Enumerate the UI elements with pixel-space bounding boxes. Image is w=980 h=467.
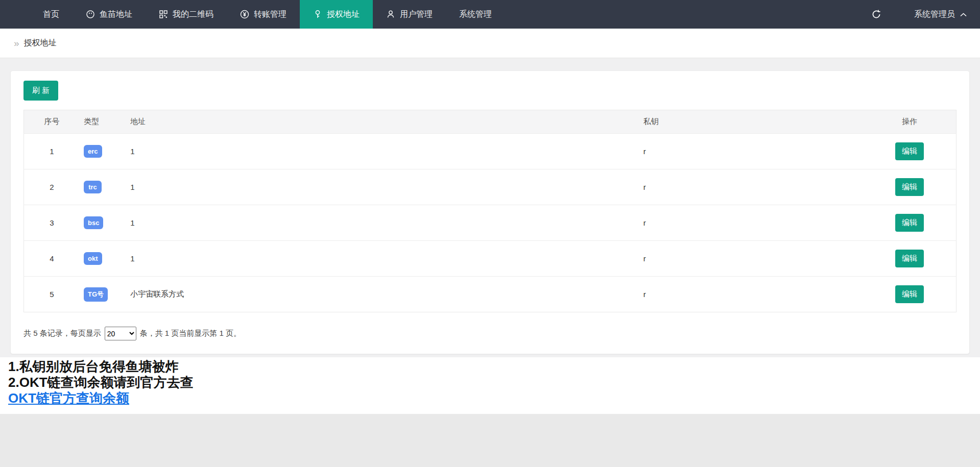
okt-official-balance-link[interactable]: OKT链官方查询余额: [8, 390, 129, 406]
user-icon: [386, 10, 395, 19]
cell-index: 1: [24, 134, 80, 169]
authorized-address-card: 刷 新 序号 类型 地址 私钥 操作 1 erc 1: [10, 70, 970, 354]
note-line-2: 2.OKT链查询余额请到官方去查: [8, 375, 980, 390]
cell-action: 编辑: [863, 169, 957, 205]
type-badge: okt: [84, 252, 102, 265]
cell-type: okt: [80, 241, 126, 277]
footer-notes: 1.私钥别放后台免得鱼塘被炸 2.OKT链查询余额请到官方去查 OKT链官方查询…: [0, 357, 980, 414]
cell-address: 1: [126, 241, 639, 277]
user-name: 系统管理员: [914, 9, 955, 20]
navbar-right: 系统管理员: [871, 0, 980, 29]
content-area: 刷 新 序号 类型 地址 私钥 操作 1 erc 1: [0, 58, 980, 357]
table-body: 1 erc 1 r 编辑 2 trc 1 r 编辑: [24, 134, 957, 312]
chevron-up-icon: [960, 10, 967, 19]
cell-private-key: r: [639, 134, 863, 169]
edit-button[interactable]: 编辑: [895, 178, 924, 196]
cell-index: 2: [24, 169, 80, 205]
nav-item-label: 授权地址: [327, 9, 360, 20]
cell-action: 编辑: [863, 277, 957, 312]
nav-item-transfer-management[interactable]: 转账管理: [227, 0, 300, 29]
nav-item-user-management[interactable]: 用户管理: [373, 0, 446, 29]
cell-private-key: r: [639, 241, 863, 277]
nav-item-home[interactable]: 首页: [30, 0, 73, 29]
cell-address: 1: [126, 205, 639, 241]
type-badge: trc: [84, 181, 102, 193]
nav-item-system-management[interactable]: 系统管理: [446, 0, 505, 29]
table-row: 3 bsc 1 r 编辑: [24, 205, 957, 241]
cell-type: erc: [80, 134, 126, 169]
top-navbar: 首页 鱼苗地址 我的二维码 转账管理 授权地址 用户管理 系统管理: [0, 0, 980, 29]
table-header-row: 序号 类型 地址 私钥 操作: [24, 110, 957, 134]
nav-item-label: 首页: [43, 9, 59, 20]
column-header-index: 序号: [24, 110, 80, 134]
table-row: 5 TG号 小宇宙联系方式 r 编辑: [24, 277, 957, 312]
page-size-select[interactable]: 20: [105, 327, 136, 340]
edit-button[interactable]: 编辑: [895, 250, 924, 267]
cell-type: trc: [80, 169, 126, 205]
table-row: 1 erc 1 r 编辑: [24, 134, 957, 169]
column-header-type: 类型: [80, 110, 126, 134]
cell-type: TG号: [80, 277, 126, 312]
cell-private-key: r: [639, 205, 863, 241]
cell-type: bsc: [80, 205, 126, 241]
qrcode-icon: [159, 10, 168, 19]
nav-item-label: 用户管理: [400, 9, 433, 20]
type-badge: TG号: [84, 287, 108, 302]
nav-item-label: 转账管理: [254, 9, 286, 20]
column-header-action: 操作: [863, 110, 957, 134]
authorized-address-table: 序号 类型 地址 私钥 操作 1 erc 1 r 编辑: [23, 110, 957, 312]
yen-circle-icon: [240, 10, 249, 19]
pagination: 共 5 条记录，每页显示 20 条，共 1 页当前显示第 1 页。: [23, 327, 957, 340]
note-line-1: 1.私钥别放后台免得鱼塘被炸: [8, 359, 980, 375]
cell-private-key: r: [639, 169, 863, 205]
column-header-address: 地址: [126, 110, 639, 134]
cell-index: 3: [24, 205, 80, 241]
cell-action: 编辑: [863, 134, 957, 169]
fish-icon: [86, 10, 95, 19]
type-badge: bsc: [84, 216, 103, 229]
edit-button[interactable]: 编辑: [895, 285, 924, 303]
table-row: 2 trc 1 r 编辑: [24, 169, 957, 205]
nav-item-my-qrcode[interactable]: 我的二维码: [146, 0, 227, 29]
cell-address: 小宇宙联系方式: [126, 277, 639, 312]
breadcrumb: » 授权地址: [0, 29, 980, 58]
table-row: 4 okt 1 r 编辑: [24, 241, 957, 277]
cell-index: 5: [24, 277, 80, 312]
nav-item-label: 我的二维码: [173, 9, 213, 20]
user-menu[interactable]: 系统管理员: [914, 9, 967, 20]
nav-item-fish-addresses[interactable]: 鱼苗地址: [73, 0, 146, 29]
refresh-button[interactable]: 刷 新: [23, 81, 58, 101]
key-icon: [313, 10, 322, 19]
cell-action: 编辑: [863, 241, 957, 277]
nav-item-authorized-addresses[interactable]: 授权地址: [300, 0, 373, 29]
pagination-text-after: 条，共 1 页当前显示第 1 页。: [140, 329, 241, 338]
cell-address: 1: [126, 134, 639, 169]
breadcrumb-current: 授权地址: [24, 38, 57, 48]
cell-address: 1: [126, 169, 639, 205]
type-badge: erc: [84, 145, 102, 158]
cell-action: 编辑: [863, 205, 957, 241]
cell-index: 4: [24, 241, 80, 277]
column-header-private-key: 私钥: [639, 110, 863, 134]
nav-item-label: 鱼苗地址: [100, 9, 132, 20]
edit-button[interactable]: 编辑: [895, 214, 924, 232]
refresh-icon[interactable]: [871, 9, 881, 19]
pagination-text-before: 共 5 条记录，每页显示: [23, 329, 101, 338]
cell-private-key: r: [639, 277, 863, 312]
breadcrumb-separator-icon: »: [14, 38, 19, 48]
edit-button[interactable]: 编辑: [895, 142, 924, 160]
nav-item-label: 系统管理: [459, 9, 492, 20]
